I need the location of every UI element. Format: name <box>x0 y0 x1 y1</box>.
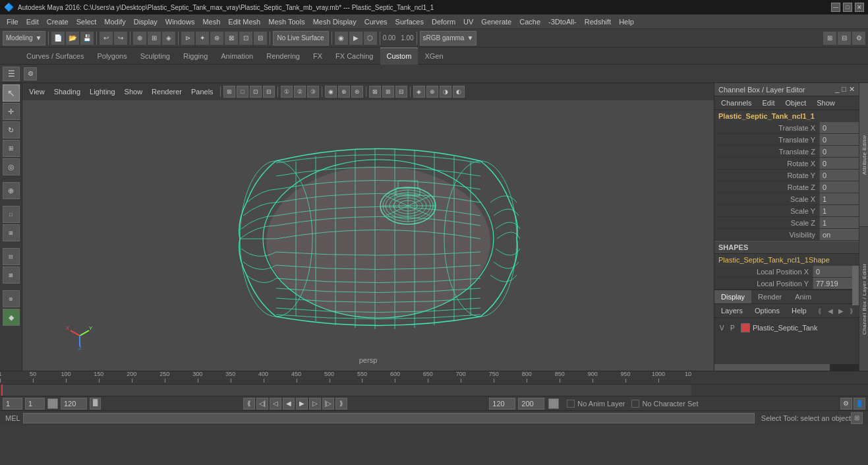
range-end-input[interactable] <box>489 398 515 410</box>
tool-settings-icon[interactable]: ⚙ <box>852 32 865 45</box>
show-manip[interactable]: □ <box>3 206 20 223</box>
channel-scale-x[interactable]: Scale X 1 <box>714 193 859 205</box>
tab-animation[interactable]: Animation <box>214 47 260 65</box>
tab-anim[interactable]: Anim <box>788 290 818 303</box>
menu-select[interactable]: Select <box>72 16 101 27</box>
menu-file[interactable]: File <box>3 16 22 27</box>
h-scrollbar-thumb[interactable] <box>714 364 830 371</box>
prev-frame-btn[interactable]: ◁ <box>270 398 281 410</box>
menu-mesh-display[interactable]: Mesh Display <box>309 16 361 27</box>
tool-icon1[interactable]: ⊳ <box>181 32 194 45</box>
help-menu[interactable]: Help <box>788 305 811 316</box>
menu-windows[interactable]: Windows <box>161 16 199 27</box>
layer-arrow-right-right[interactable]: ⟫ <box>847 306 856 315</box>
menu-edit[interactable]: Edit <box>22 16 43 27</box>
tab-rigging[interactable]: Rigging <box>177 47 214 65</box>
menu-cache[interactable]: Cache <box>515 16 544 27</box>
tool-icon2[interactable]: ✦ <box>196 32 209 45</box>
menu-help[interactable]: Help <box>615 16 638 27</box>
vp-btn10[interactable]: ⊛ <box>351 86 363 98</box>
channel-box-icon[interactable]: ⊞ <box>823 32 836 45</box>
cb-menu-edit[interactable]: Edit <box>758 98 778 108</box>
scale-tool[interactable]: ⊞ <box>3 140 20 157</box>
select-tool[interactable]: ↖ <box>3 84 20 102</box>
tab-display[interactable]: Display <box>714 290 751 303</box>
move-tool[interactable]: ✛ <box>3 103 20 120</box>
channel-translate-x[interactable]: Translate X 0 <box>714 122 859 134</box>
menu-redshift[interactable]: Redshift <box>581 16 615 27</box>
cb-menu-show[interactable]: Show <box>813 98 839 108</box>
char-set-btn[interactable]: 👤 <box>854 398 865 410</box>
menu-create[interactable]: Create <box>43 16 72 27</box>
channel-layer-editor-tab[interactable]: Channel Box / Layer Editor <box>859 227 868 371</box>
go-end-btn[interactable]: ⟫ <box>335 398 347 410</box>
select-icon[interactable]: ⊕ <box>133 32 146 45</box>
ipr-icon[interactable]: ▶ <box>349 32 362 45</box>
layer-arrow-left[interactable]: ◀ <box>826 306 835 315</box>
no-live-surface-btn[interactable]: No Live Surface <box>273 31 329 46</box>
menu-display[interactable]: Display <box>130 16 161 27</box>
render-settings-icon[interactable]: ◉ <box>335 32 348 45</box>
next-key-btn[interactable]: |▷ <box>322 398 334 410</box>
layer-tool2[interactable]: ⊠ <box>3 266 20 284</box>
end-frame-input[interactable] <box>61 398 87 410</box>
timeline-ruler[interactable]: 1501001502002503003504004505005506006507… <box>0 371 868 385</box>
tool-icon4[interactable]: ⊠ <box>225 32 238 45</box>
vp-btn2[interactable]: □ <box>237 86 248 98</box>
snap-icon2[interactable]: ◈ <box>162 32 175 45</box>
vp-btn3[interactable]: ⊡ <box>250 86 262 98</box>
layer-visible[interactable]: V <box>720 325 728 332</box>
vp-btn9[interactable]: ⊕ <box>338 86 350 98</box>
channel-translate-y[interactable]: Translate Y 0 <box>714 134 859 146</box>
render-icon[interactable]: ⬡ <box>364 32 377 45</box>
tab-render[interactable]: Render <box>751 290 788 303</box>
vp-menu-shading[interactable]: Shading <box>50 86 84 97</box>
channel-scale-z[interactable]: Scale Z 1 <box>714 217 859 229</box>
sidebar-toggle[interactable]: ☰ <box>3 67 20 81</box>
gamma-dropdown[interactable]: sRGB gamma ▼ <box>420 31 477 46</box>
channel-translate-z[interactable]: Translate Z 0 <box>714 146 859 158</box>
tab-rendering[interactable]: Rendering <box>260 47 306 65</box>
vp-btn11[interactable]: ⊠ <box>369 86 381 98</box>
start-frame-input[interactable] <box>3 398 22 410</box>
menu-modify[interactable]: Modify <box>100 16 129 27</box>
channel-local-pos-x[interactable]: Local Position X 0 <box>714 266 852 278</box>
options-menu[interactable]: Options <box>751 305 784 316</box>
close-button[interactable]: ✕ <box>855 3 864 12</box>
camera-tool2[interactable]: ◆ <box>3 309 20 326</box>
menu-mesh[interactable]: Mesh <box>198 16 224 27</box>
maximize-button[interactable]: □ <box>843 3 852 12</box>
cb-menu-channels[interactable]: Channels <box>717 98 755 108</box>
vp-icon-ao[interactable]: ◑ <box>440 86 451 98</box>
channel-local-pos-y[interactable]: Local Position Y 77.919 <box>714 278 852 290</box>
timeline-scrub[interactable] <box>0 385 691 396</box>
layer-pickup[interactable]: P <box>730 325 738 332</box>
channel-visibility[interactable]: Visibility on <box>714 229 859 241</box>
title-bar-controls[interactable]: — □ ✕ <box>831 3 864 12</box>
anim-layer-toggle[interactable] <box>567 400 575 408</box>
menu-surfaces[interactable]: Surfaces <box>391 16 428 27</box>
layer-color-swatch[interactable] <box>741 323 750 332</box>
vp-menu-renderer[interactable]: Renderer <box>148 86 186 97</box>
vp-menu-view[interactable]: View <box>25 86 49 97</box>
save-icon[interactable]: 💾 <box>80 32 94 45</box>
vp-icon-shadow[interactable]: ◐ <box>453 86 465 98</box>
tab-fx[interactable]: FX <box>306 47 329 65</box>
tab-xgen[interactable]: XGen <box>418 47 449 65</box>
scrollbar-thumb[interactable] <box>852 266 859 305</box>
viewport[interactable]: View Shading Lighting Show Renderer Pane… <box>22 83 714 371</box>
channel-scale-y[interactable]: Scale Y 1 <box>714 205 859 217</box>
channel-rotate-y[interactable]: Rotate Y 0 <box>714 170 859 181</box>
vp-menu-panels[interactable]: Panels <box>187 86 217 97</box>
snap-to-grid-icon[interactable]: ⊞ <box>148 32 161 45</box>
menu-curves[interactable]: Curves <box>361 16 391 27</box>
menu-generate[interactable]: Generate <box>477 16 515 27</box>
open-icon[interactable]: 📂 <box>66 32 79 45</box>
menu-mesh-tools[interactable]: Mesh Tools <box>264 16 308 27</box>
vp-btn8[interactable]: ◉ <box>325 86 337 98</box>
prev-key-btn[interactable]: ◁| <box>256 398 268 410</box>
channel-rotate-x[interactable]: Rotate X 0 <box>714 158 859 170</box>
play-btn[interactable]: ▶ <box>296 398 308 410</box>
max-frame-input[interactable] <box>518 398 544 410</box>
vp-btn7[interactable]: ③ <box>307 86 319 98</box>
